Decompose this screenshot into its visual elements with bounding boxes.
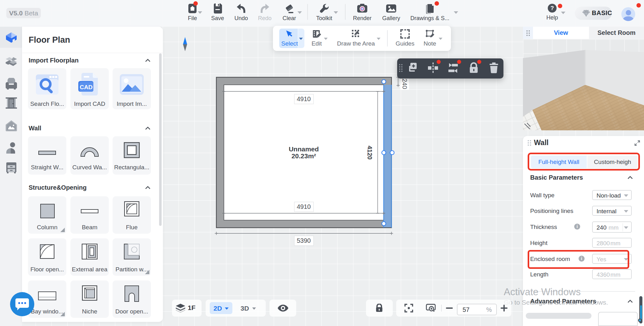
svg-text:4120: 4120: [366, 146, 373, 160]
svg-text:4910: 4910: [297, 95, 311, 102]
svg-text:20.23m²: 20.23m²: [291, 152, 316, 160]
svg-text:CAD: CAD: [80, 84, 92, 90]
svg-text:240: 240: [401, 79, 408, 89]
svg-text:Unnamed: Unnamed: [289, 145, 319, 153]
svg-text:5390: 5390: [297, 237, 311, 244]
svg-text:?: ?: [551, 5, 554, 11]
svg-text:4910: 4910: [297, 203, 311, 210]
